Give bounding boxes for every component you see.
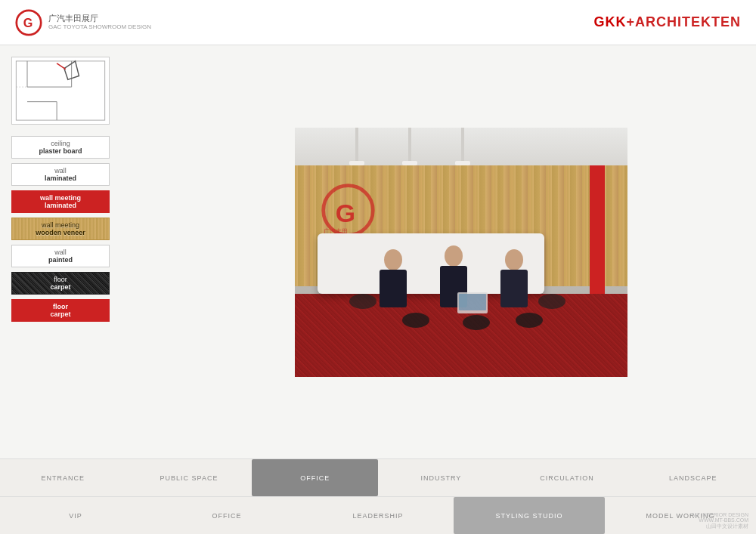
- material-wall-meeting-laminated[interactable]: wall meeting laminated: [11, 190, 110, 213]
- nav-row-top: ENTRANCE PUBLIC SPACE OFFICE INDUSTRY CI…: [0, 459, 756, 496]
- room-visualization: G 广汽丰田: [295, 128, 627, 377]
- logo-left: G 广汽丰田展厅 GAC TOYOTA SHOWROOM DESIGN: [15, 9, 151, 36]
- room-scene: G 广汽丰田: [295, 128, 627, 377]
- nav-vip[interactable]: VIP: [0, 497, 151, 534]
- svg-point-21: [516, 313, 543, 328]
- svg-point-11: [445, 245, 463, 267]
- logo-gkk: GKK+ARCHITEKTEN: [593, 14, 741, 30]
- material-wall-painted[interactable]: wall painted: [11, 245, 110, 267]
- nav-landscape[interactable]: LANDSCAPE: [630, 459, 756, 496]
- header: G 广汽丰田展厅 GAC TOYOTA SHOWROOM DESIGN GKK+…: [0, 0, 756, 45]
- svg-point-17: [538, 294, 565, 309]
- blueprint-diagram[interactable]: [11, 57, 110, 125]
- svg-point-20: [463, 315, 490, 330]
- svg-rect-16: [459, 294, 486, 310]
- bottom-navigation: ENTRANCE PUBLIC SPACE OFFICE INDUSTRY CI…: [0, 458, 756, 534]
- material-floor-carpet-active[interactable]: floor carpet: [11, 299, 110, 322]
- light-2: [408, 128, 411, 165]
- material-wall-laminated[interactable]: wall laminated: [11, 163, 110, 186]
- nav-office-sub[interactable]: OFFICE: [151, 497, 302, 534]
- svg-point-9: [384, 249, 402, 270]
- svg-rect-2: [16, 61, 104, 120]
- svg-rect-14: [500, 270, 528, 307]
- nav-row-bottom: VIP OFFICE LEADERSHIP STYLING STUDIO MOD…: [0, 497, 756, 534]
- material-ceiling-plaster[interactable]: ceiling plaster board: [11, 136, 110, 159]
- nav-industry[interactable]: INDUSTRY: [378, 459, 504, 496]
- blueprint-svg: [12, 57, 109, 124]
- svg-line-4: [57, 63, 66, 69]
- light-1: [355, 128, 358, 165]
- watermark: MT INTERIOR DESIGN WWW.MT-BBS.COM 山田中文设计…: [692, 512, 748, 530]
- light-3: [461, 128, 464, 165]
- svg-point-18: [349, 294, 376, 309]
- content-area: G 广汽丰田: [166, 45, 756, 458]
- people-scene: [340, 203, 582, 339]
- nav-office[interactable]: OFFICE: [252, 459, 378, 496]
- material-wall-meeting-wood[interactable]: wall meeting wooden veneer: [11, 218, 110, 240]
- nav-leadership[interactable]: LEADERSHIP: [302, 497, 454, 534]
- sidebar: ceiling plaster board wall laminated wal…: [0, 45, 166, 458]
- svg-point-13: [505, 249, 523, 270]
- nav-circulation[interactable]: CIRCULATION: [504, 459, 631, 496]
- logo-g-icon: G: [15, 9, 42, 36]
- nav-styling-studio[interactable]: STYLING STUDIO: [454, 497, 605, 534]
- logo-cn-text: 广汽丰田展厅 GAC TOYOTA SHOWROOM DESIGN: [48, 13, 151, 32]
- svg-point-19: [402, 313, 429, 328]
- nav-entrance[interactable]: ENTRANCE: [0, 459, 126, 496]
- material-floor-carpet-pattern[interactable]: floor carpet: [11, 272, 110, 295]
- svg-rect-10: [380, 270, 407, 307]
- svg-text:G: G: [23, 16, 33, 29]
- main-area: ceiling plaster board wall laminated wal…: [0, 45, 756, 458]
- nav-public-space[interactable]: PUBLIC SPACE: [126, 459, 253, 496]
